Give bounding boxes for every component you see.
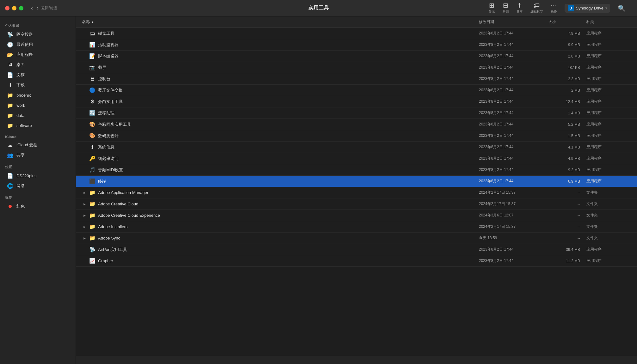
toolbar-right: ⊞ 显示 ⊟ 群组 ⬆ 共享 🏷 编辑标签 ⋯ 操作 D Synology Dr… [489, 2, 626, 14]
toolbar-left: ‹ › 返回/前进 [30, 4, 57, 12]
sidebar-section-header-tags: 标签 [0, 193, 76, 201]
display-button[interactable]: ⊞ 显示 [489, 2, 495, 14]
file-row-adobe-installers[interactable]: ▶ 📁 Adobe Installers 2024年2月17日 15:37 --… [76, 221, 637, 233]
sidebar-item-icloud-drive[interactable]: ☁ iCloud 云盘 [2, 140, 74, 150]
file-row-adobe-cc[interactable]: ▶ 📁 Adobe Creative Cloud 2024年2月17日 15:3… [76, 198, 637, 210]
expand-placeholder [82, 247, 87, 252]
sidebar-item-shared[interactable]: 👥 共享 [2, 150, 74, 160]
synology-logo: D [568, 5, 574, 11]
sidebar-item-ds220plus[interactable]: 📄 DS220plus [2, 171, 74, 181]
col-header-date[interactable]: 修改日期 [479, 19, 548, 25]
sidebar-item-apps[interactable]: 📂 应用程序 [2, 50, 74, 60]
file-kind: 文件夹 [586, 201, 631, 207]
file-row-console[interactable]: 🖥 控制台 2023年8月2日 17:44 2.3 MB 应用程序 [76, 73, 637, 85]
file-name: 系统信息 [98, 144, 114, 150]
file-kind: 应用程序 [586, 99, 631, 104]
synology-drive-button[interactable]: D Synology Drive ▾ [565, 4, 610, 13]
col-header-size[interactable]: 大小 [548, 19, 586, 25]
file-name: Adobe Creative Cloud Experience [98, 213, 160, 218]
sidebar-item-work[interactable]: 📁 work [2, 100, 74, 110]
toolbar: ‹ › 返回/前进 实用工具 ⊞ 显示 ⊟ 群组 ⬆ 共享 🏷 编辑标签 [23, 2, 632, 14]
forward-button[interactable]: › [35, 4, 40, 12]
sidebar-item-recent[interactable]: 🕐 最近使用 [2, 39, 74, 50]
airport-icon: 📡 [89, 246, 96, 253]
file-row-airport[interactable]: 📡 AirPort实用工具 2023年8月2日 17:44 39.4 MB 应用… [76, 244, 637, 255]
sidebar-item-software[interactable]: 📁 software [2, 120, 74, 130]
sidebar-item-desktop[interactable]: 🖥 桌面 [2, 60, 74, 70]
maximize-button[interactable] [19, 6, 23, 10]
grapher-icon: 📈 [89, 258, 96, 264]
synology-chevron: ▾ [605, 6, 607, 10]
expand-btn[interactable]: ▶ [82, 225, 87, 229]
file-row-grapher[interactable]: 📈 Grapher 2023年8月2日 17:44 11.2 MB 应用程序 [76, 255, 637, 267]
file-kind: 文件夹 [586, 213, 631, 218]
file-date: 2023年8月2日 17:44 [479, 76, 548, 82]
expand-btn[interactable]: ▶ [82, 213, 87, 218]
file-name-cell: 🖥 控制台 [82, 76, 479, 82]
file-name: 截屏 [98, 65, 106, 70]
edit-tag-button[interactable]: 🏷 编辑标签 [530, 2, 543, 14]
close-button[interactable] [5, 6, 9, 10]
back-button[interactable]: ‹ [30, 4, 34, 12]
file-row-audio-midi[interactable]: 🎵 音频MIDI设置 2023年8月2日 17:44 9.2 MB 应用程序 [76, 164, 637, 176]
sidebar-item-phoenix[interactable]: 📁 phoenix [2, 90, 74, 100]
file-row-activity-monitor[interactable]: 📊 活动监视器 2023年8月2日 17:44 9.9 MB 应用程序 [76, 39, 637, 51]
file-row-color-sync[interactable]: 🎨 色彩同步实用工具 2023年8月2日 17:44 5.2 MB 应用程序 [76, 119, 637, 130]
file-row-system-info[interactable]: ℹ 系统信息 2023年8月2日 17:44 4.1 MB 应用程序 [76, 142, 637, 153]
file-name-cell: 📡 AirPort实用工具 [82, 246, 479, 253]
file-name-cell: ⬛ 终端 [82, 178, 479, 185]
expand-placeholder [82, 168, 87, 172]
file-name-cell: 📈 Grapher [82, 258, 479, 264]
file-row-adobe-cc-exp[interactable]: ▶ 📁 Adobe Creative Cloud Experience 2024… [76, 210, 637, 221]
file-row-disk-utility[interactable]: 🖴 磁盘工具 2023年8月2日 17:44 7.9 MB 应用程序 [76, 28, 637, 39]
file-row-adobe-app-manager[interactable]: ▶ 📁 Adobe Application Manager 2024年2月17日… [76, 187, 637, 198]
file-name-cell: 📊 活动监视器 [82, 42, 479, 48]
file-date: 2024年3月6日 12:07 [479, 213, 548, 218]
col-header-name[interactable]: 名称 ▲ [82, 19, 479, 25]
search-button[interactable]: 🔍 [618, 4, 626, 12]
file-date: 2024年2月17日 15:37 [479, 190, 548, 195]
sidebar-item-red-tag[interactable]: 红色 [2, 201, 74, 211]
share-button[interactable]: ⬆ 共享 [516, 2, 523, 14]
file-date: 2024年2月17日 15:37 [479, 224, 548, 229]
file-size: 1.4 MB [548, 111, 586, 115]
file-row-screenshot[interactable]: 📷 截屏 2023年8月2日 17:44 487 KB 应用程序 [76, 62, 637, 73]
col-header-kind[interactable]: 种类 [586, 19, 631, 25]
expand-btn[interactable]: ▶ [82, 236, 87, 240]
file-row-keychain[interactable]: 🔑 钥匙串访问 2023年8月2日 17:44 4.9 MB 应用程序 [76, 153, 637, 164]
file-row-terminal[interactable]: ⬛ 终端 2023年8月2日 17:44 6.9 MB 应用程序 [76, 176, 637, 187]
file-size: 9.9 MB [548, 43, 586, 47]
main-area: 个人收藏 📡 隔空投送 🕐 最近使用 📂 应用程序 🖥 桌面 📄 文稿 [0, 16, 637, 364]
expand-btn[interactable]: ▶ [82, 191, 87, 195]
expand-placeholder [82, 88, 87, 93]
minimize-button[interactable] [12, 6, 16, 10]
sidebar-item-docs[interactable]: 📄 文稿 [2, 70, 74, 80]
sidebar-section-favorites: 个人收藏 📡 隔空投送 🕐 最近使用 📂 应用程序 🖥 桌面 📄 文稿 [0, 21, 76, 130]
file-row-digital-color-meter[interactable]: 🎨 数码测色计 2023年8月2日 17:44 1.5 MB 应用程序 [76, 130, 637, 142]
sidebar-item-airdrop[interactable]: 📡 隔空投送 [2, 29, 74, 39]
file-name-cell: 🎵 音频MIDI设置 [82, 167, 479, 173]
file-row-script-editor[interactable]: 📝 脚本编辑器 2023年8月2日 17:44 2.8 MB 应用程序 [76, 51, 637, 62]
file-kind: 应用程序 [586, 167, 631, 173]
file-name: 音频MIDI设置 [98, 167, 123, 173]
file-row-migration[interactable]: 🔄 迁移助理 2023年8月2日 17:44 1.4 MB 应用程序 [76, 107, 637, 119]
action-label: 操作 [551, 9, 557, 14]
console-icon: 🖥 [89, 76, 96, 82]
file-row-voiceover[interactable]: ⚙ 旁白实用工具 2023年8月2日 17:44 12.4 MB 应用程序 [76, 96, 637, 107]
sidebar-item-downloads[interactable]: ⬇ 下载 [2, 80, 74, 90]
sidebar-section-header-icloud: iCloud [0, 133, 76, 140]
sidebar-item-network[interactable]: 🌐 网络 [2, 181, 74, 191]
group-button[interactable]: ⊟ 群组 [503, 2, 509, 14]
share-label: 共享 [516, 9, 523, 14]
shared-icon: 👥 [7, 152, 13, 158]
file-kind: 应用程序 [586, 42, 631, 47]
file-date: 2023年8月2日 17:44 [479, 99, 548, 104]
file-row-adobe-sync[interactable]: ▶ 📁 Adobe Sync 今天 18:59 -- 文件夹 [76, 233, 637, 244]
sidebar-item-data[interactable]: 📁 data [2, 110, 74, 120]
file-size: 39.4 MB [548, 247, 586, 252]
file-row-bluetooth[interactable]: 🔵 蓝牙文件交换 2023年8月2日 17:44 2 MB 应用程序 [76, 85, 637, 96]
action-button[interactable]: ⋯ 操作 [551, 2, 557, 14]
file-date: 2023年8月2日 17:44 [479, 53, 548, 59]
expand-btn[interactable]: ▶ [82, 202, 87, 206]
file-name: Adobe Sync [98, 236, 120, 240]
